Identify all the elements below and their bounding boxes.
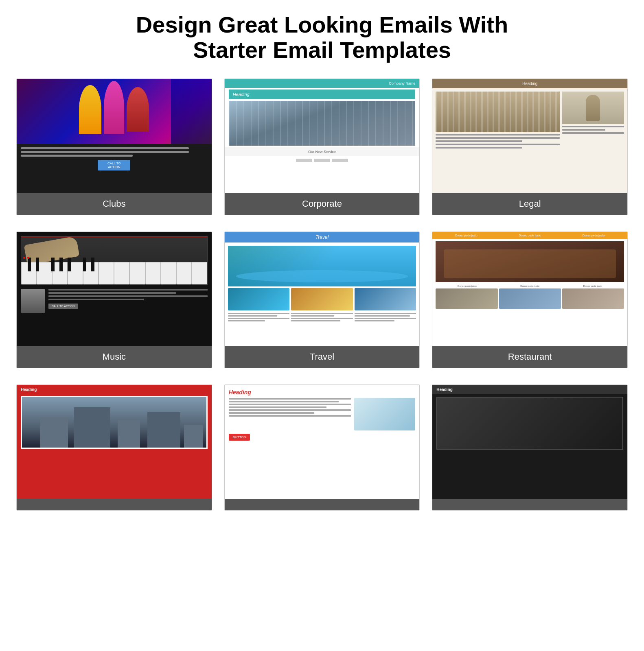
rest-nav-3: Donec pede justo [583,234,605,237]
music-keyboard-image [21,236,208,285]
corp-service-label: Our New Service [225,147,420,156]
clubs-label: Clubs [17,193,212,215]
partial-white-heading: Heading [229,389,416,395]
rest-nav-1: Donec pede justo [455,234,477,237]
partial-white-image [354,398,415,430]
travel-text-columns [225,313,420,324]
corp-company-name: Company Name [225,79,420,88]
partial-red-heading: Heading [17,385,212,394]
template-card-legal[interactable]: Heading [432,79,628,215]
legal-building-image [436,92,559,132]
template-card-travel[interactable]: Travel [224,232,420,368]
legal-preview: Heading [432,79,627,193]
restaurant-nav: Donec pede justo Donec pede justo Donec … [432,232,627,239]
music-label: Music [17,346,212,368]
travel-pool-image [228,246,416,286]
partial-red-preview: Heading [17,385,212,499]
template-card-music[interactable]: CALL TO ACTION Music [16,232,212,368]
restaurant-grid-header: Donec pede justo Donec pede justo Donec … [432,284,627,288]
restaurant-preview: Donec pede justo Donec pede justo Donec … [432,232,627,346]
music-cta: CALL TO ACTION [48,304,78,309]
rest-nav-2: Donec pede justo [519,234,541,237]
partial-dark-label [432,499,627,510]
travel-label: Travel [225,346,420,368]
legal-heading: Heading [432,79,627,88]
templates-grid: CALL TO ACTION Clubs Company Name Headin… [16,79,628,511]
travel-preview: Travel [225,232,420,346]
clubs-cta: CALL TO ACTION [98,160,130,170]
restaurant-label: Restaurant [432,346,627,368]
restaurant-main-image [436,241,624,282]
travel-header: Travel [225,232,420,242]
corporate-label: Corporate [225,193,420,215]
template-card-clubs[interactable]: CALL TO ACTION Clubs [16,79,212,215]
travel-thumbnails [225,288,420,313]
clubs-text-area: CALL TO ACTION [17,144,212,193]
corp-building-image [229,101,416,146]
page-title: Design Great Looking Emails With Starter… [16,12,628,62]
corporate-preview: Company Name Heading Our New Service [225,79,420,193]
legal-label: Legal [432,193,627,215]
partial-white-label [225,499,420,510]
partial-dark-heading: Heading [432,385,627,394]
restaurant-grid [432,288,627,311]
corp-heading: Heading [229,90,416,99]
template-card-partial-white[interactable]: Heading BUTTON [224,384,420,511]
music-preview: CALL TO ACTION [17,232,212,346]
template-card-restaurant[interactable]: Donec pede justo Donec pede justo Donec … [432,232,628,368]
partial-white-cta: BUTTON [229,434,250,441]
partial-dark-preview: Heading [432,385,627,499]
partial-red-city-image [21,396,208,449]
clubs-hero-image [17,79,212,144]
music-bottom-section: CALL TO ACTION [17,286,212,346]
legal-columns [432,88,627,193]
partial-red-label [17,499,212,510]
clubs-preview: CALL TO ACTION [17,79,212,193]
template-card-corporate[interactable]: Company Name Heading Our New Service Cor… [224,79,420,215]
partial-white-preview: Heading BUTTON [225,385,420,499]
partial-dark-image [436,397,623,450]
legal-statue-image [562,92,624,124]
clubs-right-scene [171,79,212,144]
template-card-partial-dark[interactable]: Heading [432,384,628,511]
music-microphone-image [21,289,45,313]
template-card-partial-red[interactable]: Heading [16,384,212,511]
